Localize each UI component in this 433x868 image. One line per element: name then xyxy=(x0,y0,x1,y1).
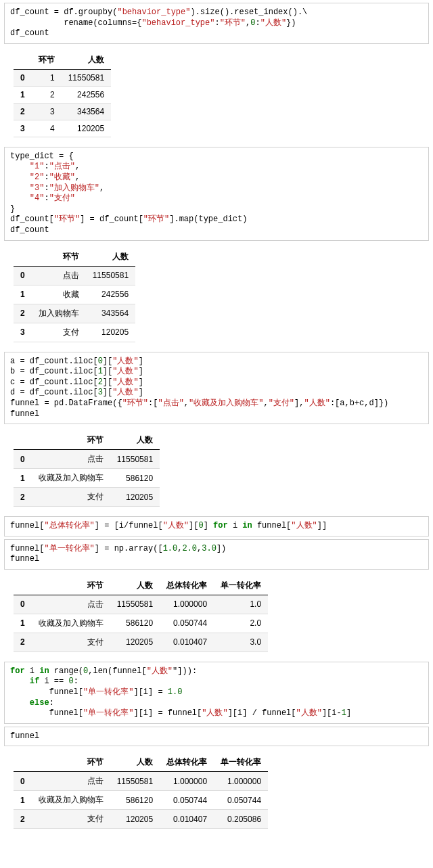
table-cell: 3 xyxy=(14,120,32,137)
table-row: 2支付1202050.0104073.0 xyxy=(14,633,268,652)
table-cell: 加入购物车 xyxy=(32,304,86,323)
table-cell: 11550581 xyxy=(110,772,160,791)
table-cell: 120205 xyxy=(62,120,111,137)
table-header: 环节 xyxy=(32,753,110,772)
table-cell: 242556 xyxy=(86,285,135,304)
table-cell: 0 xyxy=(14,595,32,614)
table-header: 单一转化率 xyxy=(214,576,268,595)
code-5: funnel["单一转化率"] = np.array([1.0,2.0,3.0]… xyxy=(10,544,423,565)
table-cell: 1.000000 xyxy=(214,772,268,791)
table-cell: 0.050744 xyxy=(160,614,214,633)
output-table-1: 环节人数0111550581122425562334356434120205 xyxy=(14,51,429,137)
table-row: 1收藏及加入购物车5861200.0507442.0 xyxy=(14,614,268,633)
code-cell-6: for i in range(0,len(funnel["人数""])): if… xyxy=(4,662,429,724)
table-header: 人数 xyxy=(62,51,111,70)
table-row: 2支付1202050.0104070.205086 xyxy=(14,810,268,829)
table-cell: 支付 xyxy=(32,323,86,342)
table-row: 2支付120205 xyxy=(14,488,160,507)
table-cell: 支付 xyxy=(32,810,110,829)
table-cell: 4 xyxy=(32,120,62,137)
table-header: 环节 xyxy=(32,51,62,70)
table-cell: 11550581 xyxy=(62,69,111,86)
table-cell: 收藏及加入购物车 xyxy=(32,469,110,488)
table-cell: 0.010407 xyxy=(160,810,214,829)
code-7: funnel xyxy=(10,731,423,742)
code-cell-4: funnel["总体转化率"] = [i/funnel["人数"][0] for… xyxy=(4,516,429,536)
code-1: df_count = df.groupby("behavior_type").s… xyxy=(10,7,423,39)
table-cell: 0.205086 xyxy=(214,810,268,829)
table-cell: 支付 xyxy=(32,633,110,652)
table-row: 2加入购物车343564 xyxy=(14,304,135,323)
table-cell: 0.050744 xyxy=(214,791,268,810)
table-header xyxy=(14,51,32,70)
table-header: 环节 xyxy=(32,248,86,267)
table-cell: 343564 xyxy=(62,103,111,120)
table-row: 34120205 xyxy=(14,120,111,137)
output-table-5: 环节人数总体转化率单一转化率0点击115505811.0000001.00000… xyxy=(14,753,429,829)
table-cell: 120205 xyxy=(110,633,160,652)
table-cell: 120205 xyxy=(110,810,160,829)
table-cell: 0 xyxy=(14,69,32,86)
table-cell: 2 xyxy=(14,488,32,507)
table-cell: 3 xyxy=(32,103,62,120)
code-cell-3: a = df_count.iloc[0]["人数"] b = df_count.… xyxy=(4,352,429,425)
table-cell: 586120 xyxy=(110,614,160,633)
table-cell: 11550581 xyxy=(86,266,135,285)
table-cell: 586120 xyxy=(110,791,160,810)
table-cell: 120205 xyxy=(86,323,135,342)
table-cell: 收藏 xyxy=(32,285,86,304)
table-cell: 0.010407 xyxy=(160,633,214,652)
table-cell: 2.0 xyxy=(214,614,268,633)
table-cell: 收藏及加入购物车 xyxy=(32,614,110,633)
table-header: 环节 xyxy=(32,576,110,595)
table-cell: 2 xyxy=(14,103,32,120)
code-3: a = df_count.iloc[0]["人数"] b = df_count.… xyxy=(10,357,423,420)
table-cell: 1 xyxy=(14,469,32,488)
output-table-3: 环节人数0点击115505811收藏及加入购物车5861202支付120205 xyxy=(14,431,429,507)
table-cell: 2 xyxy=(14,304,32,323)
code-cell-7: funnel xyxy=(4,727,429,747)
table-cell: 1.0 xyxy=(214,595,268,614)
table-header: 单一转化率 xyxy=(214,753,268,772)
table-row: 3支付120205 xyxy=(14,323,135,342)
code-cell-1: df_count = df.groupby("behavior_type").s… xyxy=(4,3,429,44)
table-cell: 1 xyxy=(14,614,32,633)
table-cell: 11550581 xyxy=(110,450,160,469)
table-cell: 0.050744 xyxy=(160,791,214,810)
table-cell: 点击 xyxy=(32,450,110,469)
table-header xyxy=(14,248,32,267)
table-row: 0点击11550581 xyxy=(14,450,160,469)
table-cell: 1.000000 xyxy=(160,772,214,791)
table-row: 0点击11550581 xyxy=(14,266,135,285)
table-cell: 支付 xyxy=(32,488,110,507)
table-cell: 3 xyxy=(14,323,32,342)
table-row: 23343564 xyxy=(14,103,111,120)
table-row: 1收藏及加入购物车5861200.0507440.050744 xyxy=(14,791,268,810)
table-row: 1收藏242556 xyxy=(14,285,135,304)
table-header: 人数 xyxy=(110,753,160,772)
table-cell: 点击 xyxy=(32,595,110,614)
table-cell: 点击 xyxy=(32,266,86,285)
table-cell: 1.000000 xyxy=(160,595,214,614)
table-header: 环节 xyxy=(32,431,110,450)
table-header xyxy=(14,753,32,772)
table-cell: 242556 xyxy=(62,86,111,103)
output-table-4: 环节人数总体转化率单一转化率0点击115505811.0000001.01收藏及… xyxy=(14,576,429,652)
output-table-2: 环节人数0点击115505811收藏2425562加入购物车3435643支付1… xyxy=(14,248,429,342)
table-header xyxy=(14,431,32,450)
code-6: for i in range(0,len(funnel["人数""])): if… xyxy=(10,666,423,719)
table-cell: 3.0 xyxy=(214,633,268,652)
table-row: 0点击115505811.0000001.000000 xyxy=(14,772,268,791)
table-cell: 0 xyxy=(14,450,32,469)
table-cell: 0 xyxy=(14,772,32,791)
table-cell: 0 xyxy=(14,266,32,285)
table-row: 0点击115505811.0000001.0 xyxy=(14,595,268,614)
table-cell: 120205 xyxy=(110,488,160,507)
code-4: funnel["总体转化率"] = [i/funnel["人数"][0] for… xyxy=(10,521,423,532)
table-row: 1收藏及加入购物车586120 xyxy=(14,469,160,488)
table-row: 12242556 xyxy=(14,86,111,103)
table-header: 人数 xyxy=(110,431,160,450)
table-cell: 点击 xyxy=(32,772,110,791)
table-cell: 586120 xyxy=(110,469,160,488)
code-cell-2: type_dict = { "1":"点击", "2":"收藏", "3":"加… xyxy=(4,147,429,241)
